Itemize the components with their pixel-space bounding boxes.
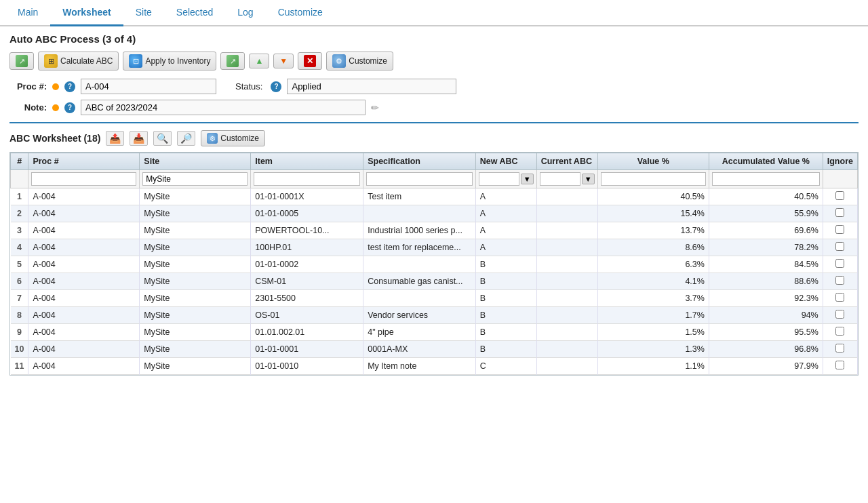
ignore-checkbox[interactable] — [835, 276, 844, 285]
status-input[interactable] — [287, 79, 456, 94]
tab-selected[interactable]: Selected — [164, 0, 225, 26]
ignore-checkbox[interactable] — [835, 225, 844, 234]
cell-ignore[interactable] — [823, 341, 857, 358]
table-row: 7A-004MySite2301-5500B3.7%92.3% — [11, 290, 858, 307]
worksheet-table-container: # Proc # Site Item Specification New ABC… — [9, 152, 859, 376]
cell-value-pct: 4.1% — [597, 273, 709, 290]
cell-ignore[interactable] — [823, 273, 857, 290]
cell-acc-value-pct: 94% — [709, 307, 823, 324]
ws-customize-button[interactable]: ⚙ Customize — [201, 130, 265, 146]
filter-spec-input[interactable] — [366, 172, 473, 186]
note-help[interactable]: ? — [64, 102, 75, 113]
cell-proc: A-004 — [28, 307, 140, 324]
ws-export-button[interactable]: 📤 — [106, 131, 124, 146]
ignore-checkbox[interactable] — [835, 208, 844, 217]
cell-current-abc — [536, 324, 597, 341]
cell-ignore[interactable] — [823, 324, 857, 341]
ignore-checkbox[interactable] — [835, 361, 844, 369]
filter-new-abc-btn[interactable]: ▼ — [521, 174, 534, 184]
ws-customize-icon: ⚙ — [207, 133, 218, 144]
cell-item: CSM-01 — [251, 273, 363, 290]
cell-new-abc: C — [475, 358, 536, 375]
calculate-abc-button[interactable]: ⊞ Calculate ABC — [38, 52, 119, 71]
cell-ignore[interactable] — [823, 290, 857, 307]
filter-new-abc[interactable]: ▼ — [475, 170, 536, 188]
ignore-checkbox[interactable] — [835, 242, 844, 251]
filter-proc-input[interactable] — [31, 172, 136, 186]
col-header-spec: Specification — [363, 153, 476, 170]
status-help[interactable]: ? — [271, 81, 281, 92]
ignore-checkbox[interactable] — [835, 259, 844, 268]
cell-num: 10 — [11, 341, 28, 358]
filter-new-abc-input[interactable] — [479, 172, 519, 186]
filter-site-input[interactable] — [142, 172, 248, 186]
filter-value-pct-input[interactable] — [601, 172, 706, 186]
tab-worksheet[interactable]: Worksheet — [50, 0, 123, 26]
cell-item: 01-01-0001X — [251, 188, 363, 205]
ignore-checkbox[interactable] — [835, 344, 844, 353]
cell-ignore[interactable] — [823, 307, 857, 324]
proc-help[interactable]: ? — [64, 81, 75, 92]
cell-num: 3 — [11, 222, 28, 239]
note-input[interactable] — [81, 100, 366, 115]
ws-zoom-in-button[interactable]: 🔍 — [153, 131, 172, 146]
tab-log[interactable]: Log — [225, 0, 265, 26]
cell-acc-value-pct: 69.6% — [709, 222, 823, 239]
worksheet-title: ABC Worksheet (18) — [9, 133, 100, 144]
cell-spec: Consumable gas canist... — [363, 273, 476, 290]
export-button[interactable]: ↗ — [9, 52, 34, 70]
filter-value-pct[interactable] — [597, 170, 709, 188]
tab-main[interactable]: Main — [5, 0, 50, 26]
filter-acc-value-pct-input[interactable] — [712, 172, 820, 186]
cell-new-abc: B — [475, 273, 536, 290]
tab-site[interactable]: Site — [123, 0, 164, 26]
cell-ignore[interactable] — [823, 256, 857, 273]
cell-ignore[interactable] — [823, 188, 857, 205]
cell-current-abc — [536, 290, 597, 307]
ws-zoom-out-button[interactable]: 🔎 — [177, 131, 195, 146]
cell-num: 6 — [11, 273, 28, 290]
filter-current-abc-btn[interactable]: ▼ — [582, 174, 595, 184]
ws-export-icon: 📤 — [109, 133, 121, 144]
cell-spec: 0001A-MX — [363, 341, 476, 358]
ignore-checkbox[interactable] — [835, 327, 844, 336]
filter-current-abc-input[interactable] — [540, 172, 580, 186]
ignore-checkbox[interactable] — [835, 293, 844, 302]
apply-to-inventory-button[interactable]: ⊡ Apply to Inventory — [123, 52, 216, 71]
move-up-button[interactable] — [249, 54, 269, 68]
toolbar-export2-button[interactable]: ↗ — [220, 52, 245, 70]
cell-spec: Test item — [363, 188, 476, 205]
note-edit-icon[interactable]: ✏ — [371, 102, 379, 113]
ignore-checkbox[interactable] — [835, 191, 844, 200]
cell-spec — [363, 256, 476, 273]
up-arrow-icon — [255, 56, 263, 66]
cell-value-pct: 1.7% — [597, 307, 709, 324]
cell-proc: A-004 — [28, 341, 140, 358]
cell-num: 4 — [11, 239, 28, 256]
proc-input[interactable] — [81, 79, 216, 94]
toolbar-customize-button[interactable]: ⚙ Customize — [326, 52, 393, 71]
move-down-button[interactable] — [273, 54, 294, 68]
filter-site[interactable] — [140, 170, 251, 188]
filter-proc[interactable] — [28, 170, 140, 188]
filter-item-input[interactable] — [254, 172, 360, 186]
filter-spec[interactable] — [363, 170, 476, 188]
close-x-icon: ✕ — [304, 55, 316, 67]
close-button[interactable]: ✕ — [298, 52, 322, 70]
ws-import-button[interactable]: 📥 — [130, 131, 148, 146]
worksheet-header: ABC Worksheet (18) 📤 📥 🔍 🔎 ⚙ Customize — [9, 130, 859, 146]
cell-ignore[interactable] — [823, 222, 857, 239]
cell-ignore[interactable] — [823, 205, 857, 222]
ignore-checkbox[interactable] — [835, 310, 844, 319]
cell-ignore[interactable] — [823, 358, 857, 375]
cell-item: 100HP.01 — [251, 239, 363, 256]
cell-ignore[interactable] — [823, 239, 857, 256]
cell-new-abc: B — [475, 341, 536, 358]
filter-item[interactable] — [251, 170, 363, 188]
filter-acc-value-pct[interactable] — [709, 170, 823, 188]
cell-acc-value-pct: 97.9% — [709, 358, 823, 375]
filter-current-abc[interactable]: ▼ — [536, 170, 597, 188]
cell-current-abc — [536, 273, 597, 290]
tab-customize[interactable]: Customize — [266, 0, 335, 26]
cell-site: MySite — [140, 341, 251, 358]
